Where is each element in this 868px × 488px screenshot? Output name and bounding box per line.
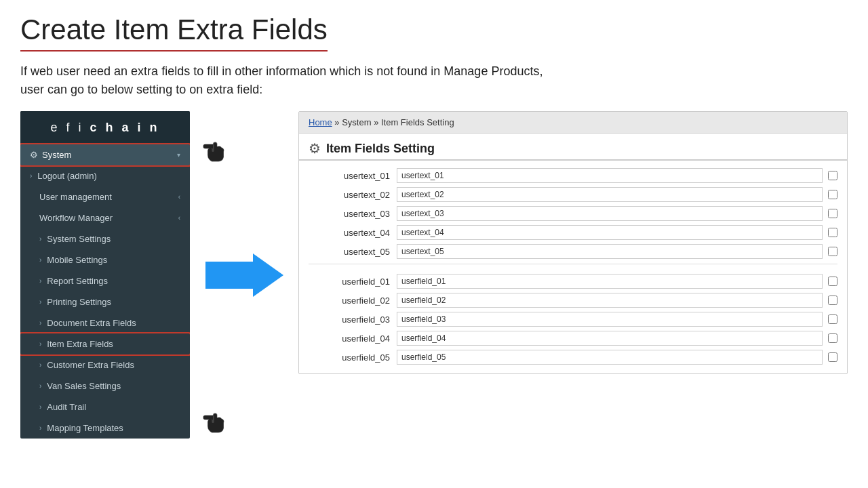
- settings-icon: ⚙: [309, 140, 321, 157]
- field-label: userfield_02: [309, 296, 397, 306]
- chevron-right-icon: ›: [39, 235, 41, 243]
- userfield-01-input[interactable]: [397, 274, 823, 289]
- field-label: usertext_04: [309, 228, 397, 238]
- usertext-03-input[interactable]: [397, 206, 823, 221]
- field-label: usertext_03: [309, 209, 397, 219]
- usertext-02-input[interactable]: [397, 187, 823, 202]
- sidebar-logo: e f i c h a i n: [20, 111, 190, 144]
- arrow-body: [205, 262, 253, 289]
- table-row: usertext_01: [309, 166, 837, 185]
- userfield-group: userfield_01 userfield_02 userfield_03 u…: [309, 272, 837, 367]
- chevron-right-icon: ›: [39, 403, 41, 411]
- sidebar-item-label: Logout (admin): [37, 171, 180, 181]
- usertext-01-input[interactable]: [397, 168, 823, 183]
- sidebar-item-audit-trail[interactable]: › Audit Trail: [20, 396, 190, 418]
- usertext-02-checkbox[interactable]: [828, 190, 837, 199]
- chevron-left-icon: ‹: [178, 214, 180, 222]
- sidebar-item-logout[interactable]: › Logout (admin): [20, 165, 190, 186]
- sidebar-item-printing-settings[interactable]: › Printing Settings: [20, 291, 190, 312]
- field-label: usertext_05: [309, 247, 397, 257]
- usertext-01-checkbox[interactable]: [828, 171, 837, 180]
- userfield-04-checkbox[interactable]: [828, 333, 837, 343]
- chevron-right-icon: ›: [39, 256, 41, 264]
- sidebar-item-label: Van Sales Settings: [47, 381, 180, 391]
- page-title: Create Item Extra Fields: [20, 14, 328, 52]
- sidebar-item-document-extra-fields[interactable]: › Document Extra Fields: [20, 312, 190, 333]
- fields-table: usertext_01 usertext_02 usertext_03 user…: [299, 161, 847, 373]
- table-row: userfield_03: [309, 310, 837, 329]
- main-content: e f i c h a i n ⚙ System ▾ › Logout (adm…: [20, 111, 848, 439]
- gear-icon: ⚙: [30, 150, 38, 160]
- userfield-05-checkbox[interactable]: [828, 352, 837, 362]
- userfield-01-checkbox[interactable]: [828, 277, 837, 286]
- chevron-right-icon: ›: [39, 277, 41, 285]
- chevron-right-icon: ›: [39, 424, 41, 432]
- sidebar-item-label: Customer Extra Fields: [47, 360, 180, 370]
- sidebar: e f i c h a i n ⚙ System ▾ › Logout (adm…: [20, 111, 190, 439]
- sidebar-item-label: Printing Settings: [47, 297, 180, 307]
- table-row: usertext_05: [309, 242, 837, 261]
- sidebar-item-label: Workflow Manager: [39, 213, 178, 223]
- usertext-04-input[interactable]: [397, 225, 823, 240]
- panel-title-row: ⚙ Item Fields Setting: [299, 134, 847, 161]
- pointer-top: [197, 141, 229, 171]
- sidebar-item-mobile-settings[interactable]: › Mobile Settings: [20, 249, 190, 270]
- usertext-05-input[interactable]: [397, 244, 823, 259]
- field-label: userfield_04: [309, 333, 397, 344]
- userfield-04-input[interactable]: [397, 331, 823, 346]
- userfield-05-input[interactable]: [397, 350, 823, 365]
- pointer-bottom: [197, 412, 229, 442]
- sidebar-item-system[interactable]: ⚙ System ▾: [20, 144, 190, 165]
- navigation-arrow: [203, 253, 285, 297]
- table-row: userfield_05: [309, 348, 837, 367]
- sidebar-item-label: User management: [39, 192, 178, 202]
- usertext-03-checkbox[interactable]: [828, 209, 837, 218]
- field-label: userfield_05: [309, 352, 397, 363]
- table-row: usertext_03: [309, 204, 837, 223]
- right-panel: Home » System » Item Fields Setting ⚙ It…: [298, 111, 848, 374]
- chevron-right-icon: ›: [39, 298, 41, 306]
- chevron-right-icon: ›: [39, 319, 41, 327]
- sidebar-item-van-sales-settings[interactable]: › Van Sales Settings: [20, 375, 190, 396]
- sidebar-item-mapping-templates[interactable]: › Mapping Templates: [20, 418, 190, 439]
- userfield-03-checkbox[interactable]: [828, 314, 837, 324]
- field-label: userfield_01: [309, 277, 397, 287]
- sidebar-item-workflow-manager[interactable]: Workflow Manager ‹: [20, 207, 190, 228]
- blue-arrow-shape: [205, 253, 283, 297]
- usertext-04-checkbox[interactable]: [828, 228, 837, 237]
- chevron-right-icon: ›: [30, 172, 32, 180]
- breadcrumb-system: System: [342, 117, 371, 127]
- sidebar-item-customer-extra-fields[interactable]: › Customer Extra Fields: [20, 354, 190, 375]
- userfield-02-checkbox[interactable]: [828, 296, 837, 305]
- group-divider: [309, 264, 837, 269]
- sidebar-item-label: Mapping Templates: [47, 423, 180, 433]
- chevron-right-icon: ›: [39, 382, 41, 390]
- sidebar-item-label: System: [42, 150, 177, 160]
- sidebar-item-label: System Settings: [47, 234, 180, 244]
- table-row: userfield_04: [309, 329, 837, 348]
- chevron-right-icon: ›: [39, 361, 41, 369]
- table-row: usertext_04: [309, 223, 837, 242]
- userfield-02-input[interactable]: [397, 293, 823, 308]
- sidebar-item-label: Item Extra Fields: [47, 339, 180, 349]
- breadcrumb-page: Item Fields Setting: [381, 117, 454, 127]
- sidebar-item-system-settings[interactable]: › System Settings: [20, 228, 190, 249]
- table-row: userfield_02: [309, 291, 837, 310]
- sidebar-item-report-settings[interactable]: › Report Settings: [20, 270, 190, 291]
- field-label: userfield_03: [309, 314, 397, 325]
- sidebar-item-label: Report Settings: [47, 276, 180, 286]
- userfield-03-input[interactable]: [397, 312, 823, 327]
- breadcrumb-sep2: »: [374, 117, 381, 127]
- panel-title: Item Fields Setting: [326, 142, 435, 156]
- field-label: usertext_01: [309, 171, 397, 181]
- chevron-left-icon: ‹: [178, 193, 180, 201]
- sidebar-item-label: Mobile Settings: [47, 255, 180, 265]
- breadcrumb-sep1: »: [334, 117, 342, 127]
- table-row: usertext_02: [309, 185, 837, 204]
- usertext-05-checkbox[interactable]: [828, 247, 837, 256]
- breadcrumb-home[interactable]: Home: [309, 117, 332, 127]
- sidebar-item-user-management[interactable]: User management ‹: [20, 186, 190, 207]
- sidebar-item-label: Document Extra Fields: [47, 318, 180, 328]
- table-row: userfield_01: [309, 272, 837, 291]
- sidebar-item-item-extra-fields[interactable]: › Item Extra Fields: [20, 333, 190, 354]
